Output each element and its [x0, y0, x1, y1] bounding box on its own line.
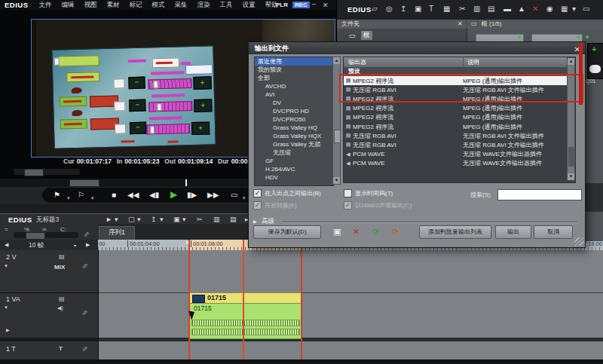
- menu-item[interactable]: 采集: [175, 1, 188, 10]
- close-window-icon[interactable]: ✕: [323, 2, 329, 9]
- menu-item[interactable]: 视图: [84, 1, 97, 10]
- sequence-tab[interactable]: 序列1: [99, 226, 135, 240]
- preset-tree-item[interactable]: 最近使用: [255, 57, 333, 66]
- preset-tree-item[interactable]: AVCHD: [255, 82, 333, 90]
- select-tool-menu-icon[interactable]: ▾: [115, 216, 118, 223]
- export-button[interactable]: 输出: [495, 225, 531, 239]
- save-project-icon[interactable]: ▣: [173, 216, 180, 223]
- view-menu-icon[interactable]: ▾: [572, 5, 576, 13]
- menu-item[interactable]: 标记: [130, 1, 142, 10]
- video-track-icon[interactable]: ▤: [59, 295, 65, 302]
- rec-mode-button[interactable]: REC: [292, 2, 310, 8]
- prev-frame-icon[interactable]: ◀▮: [149, 190, 159, 200]
- resize-grip[interactable]: [574, 237, 583, 246]
- new-sequence-menu-icon[interactable]: ▾: [137, 216, 141, 223]
- mark-in-menu-icon[interactable]: ▾: [67, 193, 70, 203]
- search-icon[interactable]: ◎: [386, 5, 393, 13]
- shuttle-handle[interactable]: [24, 169, 44, 176]
- preset-tree-item[interactable]: Grass Valley HQX: [255, 132, 333, 140]
- save-preset-icon[interactable]: ▣: [333, 227, 341, 237]
- sync-mode-icon[interactable]: ≈: [5, 226, 8, 233]
- export-menu-icon[interactable]: ▾: [160, 216, 164, 223]
- preset-tree-item[interactable]: 全部: [255, 74, 333, 82]
- bin-briefcase-icon[interactable]: ▭: [583, 5, 589, 13]
- add-batch-button[interactable]: 添加到批量输出列表: [419, 225, 491, 239]
- scroll-down-icon[interactable]: ▼: [568, 173, 574, 180]
- preset-tree-item[interactable]: AVI: [255, 90, 333, 99]
- pen-icon[interactable]: ✎: [82, 231, 90, 237]
- scroll-up-icon[interactable]: ▲: [568, 58, 574, 65]
- delete-icon[interactable]: ✕: [532, 5, 538, 13]
- next-frame-icon[interactable]: ▮▶: [187, 190, 197, 200]
- preset-tree-item[interactable]: DVCPRO50: [255, 115, 333, 124]
- mark-out-menu-icon[interactable]: ▾: [91, 193, 94, 203]
- track-lock-pen-icon[interactable]: ✎: [81, 346, 88, 352]
- track-lanes[interactable]: [98, 250, 603, 359]
- rewind-icon[interactable]: ◀◀: [127, 190, 139, 200]
- exporter-row[interactable]: ◀ PCM WAVE 无压缩 WAVE文件输出器插件: [344, 159, 567, 168]
- exporter-row[interactable]: ◀ PCM WAVE 无压缩 WAVE文件输出器插件: [344, 150, 567, 159]
- title-track-icon[interactable]: T: [59, 345, 63, 352]
- track-name[interactable]: 2 V: [6, 253, 17, 261]
- preset-tree-item[interactable]: DV: [255, 99, 333, 107]
- scroll-thumb[interactable]: [568, 147, 575, 167]
- save-menu-icon[interactable]: ▾: [182, 216, 186, 223]
- dialog-title-bar[interactable]: 输出到文件 ✕: [249, 42, 585, 54]
- track-name[interactable]: 1 T: [6, 345, 16, 353]
- menu-item[interactable]: 模式: [152, 1, 165, 10]
- minimize-button[interactable]: –: [312, 0, 316, 8]
- scroll-thumb[interactable]: [334, 130, 341, 143]
- timeline-zoom-slider[interactable]: [14, 232, 78, 238]
- menu-item[interactable]: 设置: [243, 1, 256, 10]
- preset-tree-item[interactable]: 我的预设: [255, 66, 333, 74]
- track-name[interactable]: 1 VA: [6, 295, 20, 303]
- preset-tree-item[interactable]: H.264/AVC: [255, 165, 333, 173]
- expand-track-icon[interactable]: ▼: [4, 305, 8, 310]
- menu-item[interactable]: 工具: [220, 1, 233, 10]
- audio-track-icon[interactable]: ◀): [57, 305, 63, 311]
- clip-thumbnail[interactable]: +: [587, 43, 603, 79]
- search-input[interactable]: [497, 189, 582, 200]
- scroll-down-icon[interactable]: ▼: [333, 177, 340, 184]
- copy-icon[interactable]: ▥: [473, 5, 480, 13]
- snap-increase-icon[interactable]: ▶: [86, 242, 90, 248]
- exporter-row[interactable]: ▤ 无压缩 RGB AVI 无压缩 RGB AVI 文件输出插件: [344, 131, 567, 140]
- clip-body[interactable]: 01715: [189, 303, 302, 339]
- preset-tree-item[interactable]: 无压缩: [255, 148, 333, 157]
- preset-tree-item[interactable]: HDV: [255, 173, 333, 182]
- preset-tree-item[interactable]: Grass Valley 无损: [255, 140, 333, 148]
- timeline-cursor-line[interactable]: [243, 240, 244, 359]
- monitor-menu-icon[interactable]: ▾: [243, 193, 246, 203]
- export-project-icon[interactable]: ↥: [151, 216, 157, 223]
- mixer-badge[interactable]: MIX: [54, 264, 65, 271]
- capture-icon[interactable]: ◉: [546, 5, 553, 13]
- video-track-icon[interactable]: ▤: [59, 253, 65, 260]
- pin-icon[interactable]: ▬: [504, 5, 511, 13]
- preset-tree-item[interactable]: GF: [255, 157, 333, 165]
- position-handle[interactable]: [69, 179, 99, 187]
- eject-icon[interactable]: ▲: [518, 5, 525, 13]
- between-in-out-checkbox[interactable]: ✓ 在入出点之间输出(B): [253, 189, 321, 197]
- import-preset-icon[interactable]: ⟳: [372, 227, 379, 237]
- column-desc[interactable]: 说明: [463, 57, 479, 67]
- folder-panel-close-icon[interactable]: ✕: [458, 20, 463, 29]
- mark-out-icon[interactable]: ⚐: [78, 190, 84, 200]
- preset-tree-item[interactable]: DVCPRO HD: [255, 107, 333, 115]
- menu-item[interactable]: 渲染: [197, 1, 210, 10]
- expand-audio-icon[interactable]: ▶: [6, 327, 10, 332]
- delete-preset-icon[interactable]: ✕: [353, 227, 360, 237]
- exporter-row[interactable]: ▤ MPEG2 程序流 MPEG (通用)输出插件: [344, 104, 567, 113]
- cut-clip-icon[interactable]: ✂: [197, 216, 203, 223]
- new-sequence-icon[interactable]: ▢: [128, 216, 135, 223]
- fast-forward-icon[interactable]: ▶▶: [207, 190, 219, 200]
- cancel-button[interactable]: 取消: [534, 225, 573, 239]
- mark-in-icon[interactable]: ⚑: [54, 190, 60, 200]
- select-tool-icon[interactable]: ►: [106, 216, 112, 223]
- cut-icon[interactable]: ✂: [459, 5, 465, 13]
- save-default-button[interactable]: 保存为默认(D): [253, 225, 321, 239]
- menu-item[interactable]: 素材: [107, 1, 120, 10]
- stop-icon[interactable]: ■: [112, 190, 116, 200]
- plr-mode-button[interactable]: PLR: [276, 2, 288, 8]
- paste-icon[interactable]: ▤: [488, 5, 494, 13]
- view-layout-icon[interactable]: ▦: [561, 5, 568, 13]
